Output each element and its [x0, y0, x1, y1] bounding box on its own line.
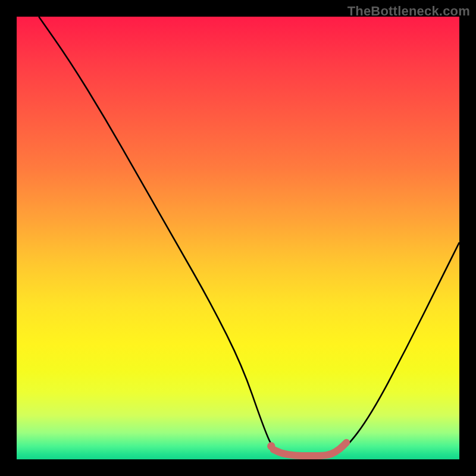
highlight-segment — [274, 443, 347, 456]
chart-frame: TheBottleneck.com — [0, 0, 476, 476]
plot-area — [17, 17, 459, 459]
bottleneck-curve — [39, 17, 459, 457]
highlight-dot-icon — [267, 442, 275, 450]
watermark-text: TheBottleneck.com — [347, 4, 470, 19]
curve-layer — [17, 17, 459, 459]
